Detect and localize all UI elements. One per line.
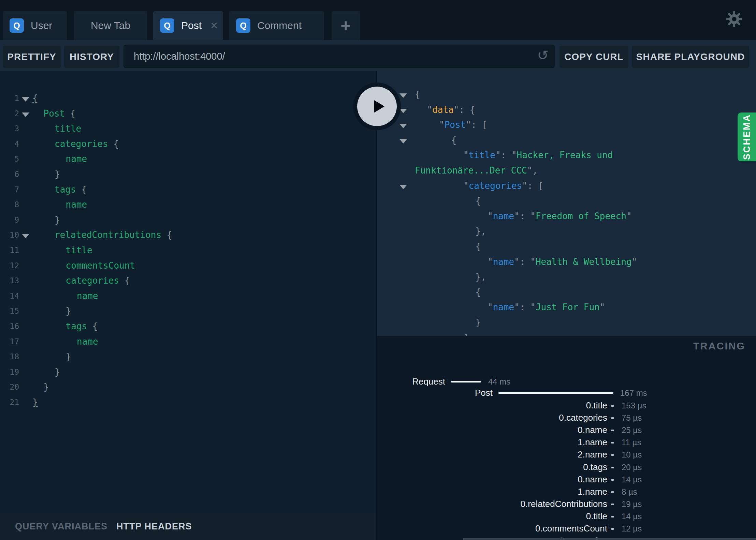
line-number: 20 [0, 379, 19, 395]
trace-resolver-row: 0.title153 µs [377, 400, 756, 412]
fold-arrow-icon[interactable] [22, 234, 29, 238]
fold-arrow-icon[interactable] [399, 185, 407, 189]
query-line: 13categories { [0, 273, 376, 288]
trace-duration: 75 µs [622, 413, 642, 423]
fold-arrow-icon[interactable] [399, 139, 407, 144]
copy-curl-button[interactable]: COPY CURL [559, 46, 628, 68]
trace-dash [611, 516, 614, 518]
trace-duration: 12 µs [622, 524, 642, 534]
trace-dash [611, 479, 614, 481]
trace-label: 1.name [578, 486, 607, 497]
query-line: 20} [0, 379, 376, 395]
line-number: 15 [0, 303, 19, 319]
trace-duration: 153 µs [622, 401, 646, 410]
query-line: 11title [0, 243, 376, 258]
tab-user[interactable]: Q User [3, 11, 67, 40]
query-line: 1{ [0, 91, 376, 106]
horizontal-scrollbar[interactable] [463, 538, 756, 540]
prettify-button[interactable]: PRETTIFY [3, 46, 61, 68]
line-number: 7 [0, 182, 19, 197]
trace-resolver-row: 1.name8 µs [377, 486, 756, 498]
trace-label: 0.relatedContributions [521, 499, 607, 509]
response-line: "title": "Hacker, Freaks und [377, 148, 756, 163]
trace-resolver-row: 0.commentsCount12 µs [377, 523, 756, 535]
add-tab-button[interactable]: + [332, 11, 360, 40]
fold-arrow-icon[interactable] [22, 97, 29, 102]
trace-dash [611, 491, 614, 493]
tab-label: New Tab [91, 20, 130, 31]
trace-dash [611, 504, 614, 505]
share-playground-button[interactable]: SHARE PLAYGROUND [632, 46, 749, 68]
line-number: 5 [0, 151, 19, 167]
trace-duration: 14 µs [622, 475, 642, 484]
response-line: ], [377, 330, 756, 336]
response-viewer[interactable]: {"data": {"Post": [{"title": "Hacker, Fr… [377, 87, 756, 336]
query-line: 14name [0, 288, 376, 304]
line-number: 6 [0, 167, 19, 182]
line-number: 19 [0, 364, 19, 380]
response-line: "name": "Health & Wellbeing" [377, 254, 756, 270]
line-number: 2 [0, 106, 19, 121]
line-number: 3 [0, 121, 19, 136]
response-line: }, [377, 224, 756, 239]
trace-dash [611, 467, 614, 468]
query-editor-pane[interactable]: 1{2Post {3title4categories {5name6}7tags… [0, 71, 376, 540]
tab-bar: Q User New Tab Q Post × Q Comment + [0, 0, 756, 40]
trace-dash [611, 528, 614, 530]
execute-query-button[interactable] [353, 82, 401, 130]
trace-duration: 10 µs [622, 450, 642, 460]
schema-sidebar-tab[interactable]: SCHEMA [738, 112, 756, 161]
query-line: 7tags { [0, 182, 376, 197]
trace-label: 1.name [578, 437, 607, 448]
trace-dash [611, 430, 614, 431]
trace-label: Request [412, 376, 445, 387]
trace-label: 0.title [586, 400, 607, 411]
trace-label: 0.tags [583, 462, 607, 472]
line-number: 4 [0, 136, 19, 152]
fold-arrow-icon[interactable] [22, 112, 29, 117]
close-tab-icon[interactable]: × [210, 19, 218, 32]
trace-label: 0.name [578, 474, 607, 485]
trace-duration: 20 µs [622, 463, 642, 472]
query-line: 16tags { [0, 319, 376, 334]
http-headers-tab[interactable]: HTTP HEADERS [116, 521, 192, 532]
fold-arrow-icon[interactable] [399, 124, 407, 128]
query-line: 4categories { [0, 136, 376, 152]
trace-bar [498, 392, 613, 394]
query-badge-icon: Q [10, 18, 24, 33]
response-line: "name": "Freedom of Speech" [377, 209, 756, 224]
trace-duration: 167 ms [620, 388, 647, 398]
endpoint-url-input[interactable]: http://localhost:4000/ ↺ [123, 45, 555, 68]
response-line: "name": "Just For Fun" [377, 300, 756, 315]
trace-duration: 14 µs [622, 512, 642, 521]
query-line: 9} [0, 212, 376, 228]
trace-duration: 11 µs [622, 438, 641, 447]
trace-label: Post [475, 388, 493, 398]
response-line: { [377, 133, 756, 148]
reload-schema-icon[interactable]: ↺ [537, 47, 549, 63]
trace-label: 0.commentsCount [535, 523, 607, 534]
line-number: 17 [0, 334, 19, 349]
query-variables-tab[interactable]: QUERY VARIABLES [15, 521, 107, 532]
trace-dash [611, 417, 614, 419]
line-number: 12 [0, 258, 19, 273]
trace-resolver-row: 0.relatedContributions19 µs [377, 498, 756, 510]
settings-gear-icon[interactable] [726, 11, 743, 28]
tab-post[interactable]: Q Post × [153, 11, 223, 40]
fold-arrow-icon[interactable] [399, 93, 407, 98]
tab-comment[interactable]: Q Comment [229, 11, 324, 40]
trace-bar [451, 381, 481, 382]
trace-duration: 19 µs [622, 499, 642, 509]
trace-resolver-row: 0.title14 µs [377, 510, 756, 523]
response-line: }, [377, 269, 756, 285]
history-button[interactable]: HISTORY [64, 46, 119, 68]
line-number: 21 [0, 395, 19, 410]
tab-new-tab[interactable]: New Tab [74, 11, 147, 40]
response-pane: {"data": {"Post": [{"title": "Hacker, Fr… [376, 71, 756, 540]
response-line: { [377, 87, 756, 102]
trace-dash [611, 454, 614, 456]
query-line: 2Post { [0, 106, 376, 121]
response-line: } [377, 315, 756, 330]
query-editor[interactable]: 1{2Post {3title4categories {5name6}7tags… [0, 91, 376, 432]
response-line: { [377, 285, 756, 300]
